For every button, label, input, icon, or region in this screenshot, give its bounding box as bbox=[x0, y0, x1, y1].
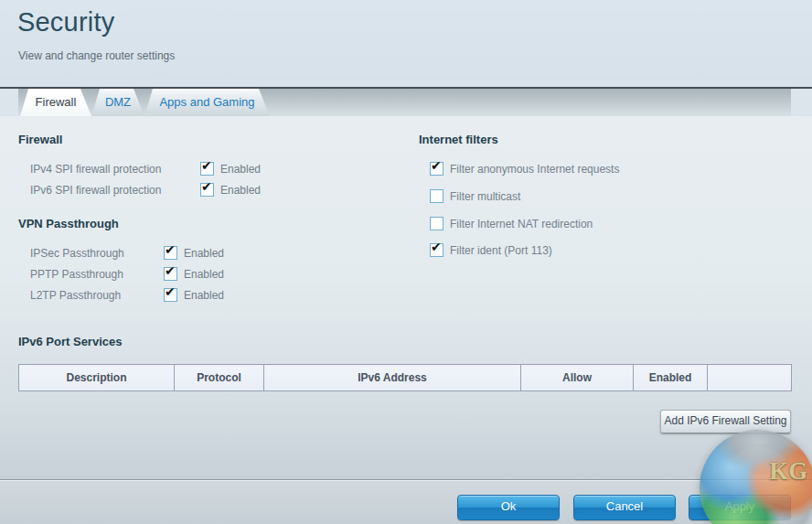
ipsec-checkbox[interactable] bbox=[164, 246, 177, 260]
ipv4-spi-label: IPv4 SPI firewall protection bbox=[30, 163, 161, 176]
pptp-checkbox[interactable] bbox=[164, 267, 177, 281]
ipv6-spi-checkbox[interactable] bbox=[200, 183, 214, 197]
filter-anonymous-checkbox[interactable] bbox=[430, 162, 443, 176]
filters-section-heading: Internet filters bbox=[419, 133, 498, 146]
l2tp-checkbox[interactable] bbox=[164, 288, 177, 302]
col-actions bbox=[708, 365, 792, 391]
tab-dmz[interactable]: DMZ bbox=[91, 89, 144, 116]
filter-multicast-label: Filter multicast bbox=[450, 190, 520, 203]
tab-bar: Firewall DMZ Apps and Gaming bbox=[18, 89, 791, 116]
vpn-section-heading: VPN Passthrough bbox=[18, 217, 119, 230]
col-protocol: Protocol bbox=[175, 365, 264, 391]
ipv4-spi-value: Enabled bbox=[220, 163, 261, 176]
page-subtitle: View and change router settings bbox=[18, 49, 175, 62]
add-ipv6-firewall-setting-button[interactable]: Add IPv6 Firewall Setting bbox=[660, 410, 791, 433]
l2tp-value: Enabled bbox=[184, 289, 224, 302]
filter-nat-label: Filter Internet NAT redirection bbox=[450, 218, 593, 230]
cancel-button[interactable]: Cancel bbox=[573, 495, 676, 520]
pptp-value: Enabled bbox=[184, 268, 224, 281]
footer-divider-highlight bbox=[0, 480, 812, 481]
col-enabled: Enabled bbox=[634, 365, 708, 391]
filter-ident-label: Filter ident (Port 113) bbox=[450, 244, 552, 257]
ok-button[interactable]: Ok bbox=[457, 495, 560, 520]
port-services-heading: IPv6 Port Services bbox=[18, 335, 122, 348]
filter-multicast-checkbox[interactable] bbox=[430, 189, 443, 203]
filter-nat-checkbox[interactable] bbox=[430, 217, 443, 230]
watermark-text: KG bbox=[769, 457, 807, 486]
col-description: Description bbox=[19, 365, 175, 391]
port-services-table: Description Protocol IPv6 Address Allow … bbox=[18, 364, 792, 391]
ipsec-label: IPSec Passthrough bbox=[30, 247, 124, 260]
security-settings-page: Security View and change router settings… bbox=[0, 0, 812, 524]
tab-firewall[interactable]: Firewall bbox=[20, 89, 91, 116]
filter-ident-checkbox[interactable] bbox=[430, 243, 443, 257]
l2tp-label: L2TP Passthrough bbox=[30, 289, 121, 302]
ipv4-spi-checkbox[interactable] bbox=[200, 162, 214, 176]
col-ipv6-address: IPv6 Address bbox=[264, 365, 521, 391]
page-header: Security View and change router settings bbox=[0, 0, 812, 87]
ipsec-value: Enabled bbox=[184, 247, 224, 260]
ipv6-spi-value: Enabled bbox=[220, 184, 261, 197]
pptp-label: PPTP Passthrough bbox=[30, 268, 123, 281]
tab-apps-and-gaming[interactable]: Apps and Gaming bbox=[144, 89, 270, 116]
page-title: Security bbox=[17, 7, 114, 37]
col-allow: Allow bbox=[521, 365, 634, 391]
filter-anonymous-label: Filter anonymous Internet requests bbox=[450, 163, 619, 176]
firewall-section-heading: Firewall bbox=[18, 133, 62, 146]
ipv6-spi-label: IPv6 SPI firewall protection bbox=[30, 184, 161, 197]
table-header-row: Description Protocol IPv6 Address Allow … bbox=[19, 365, 792, 391]
